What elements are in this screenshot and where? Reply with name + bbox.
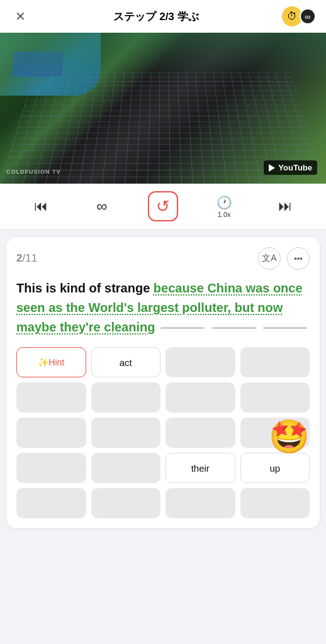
blank-slot-2 (212, 327, 256, 329)
infinity-badge: ∞ (300, 8, 316, 25)
mascot-emoji: 🤩 (269, 420, 310, 453)
word-cell-empty-6 (240, 382, 310, 413)
word-cell-empty-15 (166, 488, 235, 518)
playback-controls: ⏮ ∞ ↺ 🕐 1.0x ⏭ (0, 184, 326, 230)
progress-indicator: 2/11 (16, 252, 37, 265)
word-cell-empty-5 (166, 382, 235, 413)
translate-icon: 文A (262, 253, 276, 264)
sentence-plain: This is kind of strange (16, 281, 154, 295)
word-cell-empty-12 (91, 453, 161, 483)
word-cell-act[interactable]: act (91, 347, 161, 377)
word-cell-empty-11 (16, 453, 86, 483)
blank-slot-3 (263, 327, 307, 329)
word-cell-empty-4 (91, 382, 161, 413)
video-overlay (0, 33, 326, 78)
blank-slot-1 (160, 327, 205, 329)
word-cell-empty-7 (16, 418, 86, 448)
play-icon (269, 164, 275, 172)
coldfusion-label: COLDFUSION TV (6, 169, 61, 175)
word-up: up (269, 463, 280, 474)
header-right-icons: ⏱ ∞ (282, 6, 316, 26)
word-cell-empty-14 (91, 488, 161, 518)
word-cell-empty-3 (16, 382, 86, 413)
word-their: their (191, 463, 210, 474)
word-cell-up[interactable]: up (240, 453, 310, 483)
word-cell-empty-1 (166, 347, 235, 377)
skip-forward-icon: ⏭ (278, 198, 292, 214)
youtube-label: YouTube (278, 163, 312, 172)
video-player[interactable]: YouTube COLDFUSION TV (0, 33, 326, 184)
word-cell-their[interactable]: their (166, 453, 235, 483)
translate-button[interactable]: 文A (258, 247, 281, 270)
timer-icon: ⏱ (287, 11, 297, 22)
more-options-button[interactable]: ••• (287, 247, 310, 270)
page-title: ステップ 2/3 学ぶ (113, 9, 198, 24)
speed-button[interactable]: 🕐 1.0x (209, 191, 239, 221)
word-grid: ✨ Hint act 🤩 their up (16, 347, 310, 518)
skip-back-icon: ⏮ (34, 198, 48, 214)
speed-label: 1.0x (218, 211, 231, 218)
exercise-sentence: This is kind of strange because China wa… (16, 279, 310, 337)
word-cell-empty-16 (240, 488, 310, 518)
youtube-badge: YouTube (264, 160, 317, 175)
loop-button[interactable]: ∞ (87, 191, 117, 221)
skip-back-button[interactable]: ⏮ (26, 191, 56, 221)
action-icons: 文A ••• (258, 247, 310, 270)
word-act: act (120, 357, 132, 368)
word-cell-empty-9 (166, 418, 235, 448)
word-cell-empty-8 (91, 418, 161, 448)
more-icon: ••• (294, 254, 303, 264)
hint-button[interactable]: ✨ Hint (16, 347, 86, 377)
word-cell-empty-10: 🤩 (240, 418, 310, 448)
repeat-button[interactable]: ↺ (148, 191, 178, 221)
hint-label: Hint (48, 357, 64, 367)
word-cell-empty-2 (240, 347, 310, 377)
skip-forward-button[interactable]: ⏭ (270, 191, 300, 221)
word-cell-empty-13 (16, 488, 86, 518)
repeat-icon: ↺ (156, 197, 170, 216)
infinity-icon: ∞ (305, 12, 310, 21)
hint-icon: ✨ (38, 357, 48, 367)
header: ✕ ステップ 2/3 学ぶ ⏱ ∞ (0, 0, 326, 33)
progress-total: /11 (22, 252, 37, 264)
exercise-card: 2/11 文A ••• This is kind of strange beca… (6, 237, 320, 528)
speed-gauge-icon: 🕐 (216, 195, 232, 210)
close-button[interactable]: ✕ (10, 9, 30, 24)
progress-row: 2/11 文A ••• (16, 247, 310, 270)
loop-icon: ∞ (96, 197, 107, 215)
